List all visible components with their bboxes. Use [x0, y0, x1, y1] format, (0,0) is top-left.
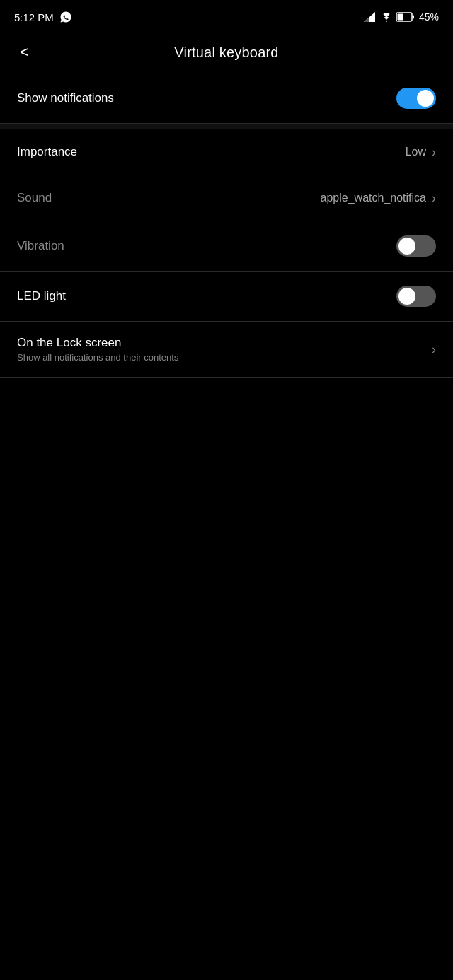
- led-light-label: LED light: [17, 289, 66, 303]
- svg-marker-1: [364, 17, 369, 22]
- vibration-toggle-thumb: [398, 238, 415, 255]
- sound-value: apple_watch_notifica: [321, 192, 426, 204]
- battery-icon: [396, 12, 415, 22]
- show-notifications-item: Show notifications: [0, 74, 453, 123]
- divider-6: [0, 377, 453, 378]
- lock-screen-item[interactable]: On the Lock screen Show all notification…: [0, 322, 453, 377]
- led-light-item: LED light: [0, 272, 453, 321]
- importance-chevron: ›: [432, 145, 436, 160]
- back-button[interactable]: <: [14, 40, 35, 64]
- status-left: 5:12 PM: [14, 11, 72, 23]
- led-light-toggle[interactable]: [396, 286, 436, 307]
- vibration-toggle[interactable]: [396, 235, 436, 257]
- importance-label: Importance: [17, 145, 77, 159]
- settings-section: Show notifications Importance Low › Soun…: [0, 74, 453, 378]
- lock-screen-chevron: ›: [432, 342, 436, 357]
- vibration-label: Vibration: [17, 239, 64, 253]
- signal-icon: [364, 12, 375, 22]
- show-notifications-toggle[interactable]: [396, 88, 436, 109]
- battery-percentage: 45%: [419, 11, 439, 23]
- sound-right: apple_watch_notifica ›: [321, 191, 436, 206]
- wifi-icon: [379, 12, 392, 22]
- sound-chevron: ›: [432, 191, 436, 206]
- importance-right: Low ›: [406, 145, 436, 160]
- importance-item[interactable]: Importance Low ›: [0, 129, 453, 175]
- sound-label: Sound: [17, 191, 52, 205]
- importance-value: Low: [406, 146, 426, 158]
- vibration-item: Vibration: [0, 221, 453, 271]
- whatsapp-icon: [59, 11, 72, 23]
- status-right: 45%: [364, 11, 439, 23]
- status-bar: 5:12 PM 45%: [0, 0, 453, 31]
- time-display: 5:12 PM: [14, 11, 54, 23]
- section-spacer: [0, 124, 453, 129]
- led-light-toggle-thumb: [398, 288, 415, 305]
- lock-screen-sublabel: Show all notifications and their content…: [17, 352, 432, 363]
- svg-rect-4: [412, 16, 414, 19]
- svg-rect-3: [397, 14, 403, 21]
- page-header: < Virtual keyboard: [0, 31, 453, 74]
- show-notifications-toggle-thumb: [417, 90, 434, 107]
- sound-item[interactable]: Sound apple_watch_notifica ›: [0, 175, 453, 221]
- lock-screen-text-block: On the Lock screen Show all notification…: [17, 336, 432, 363]
- show-notifications-label: Show notifications: [17, 91, 114, 105]
- page-title: Virtual keyboard: [14, 45, 439, 61]
- lock-screen-label: On the Lock screen: [17, 336, 432, 350]
